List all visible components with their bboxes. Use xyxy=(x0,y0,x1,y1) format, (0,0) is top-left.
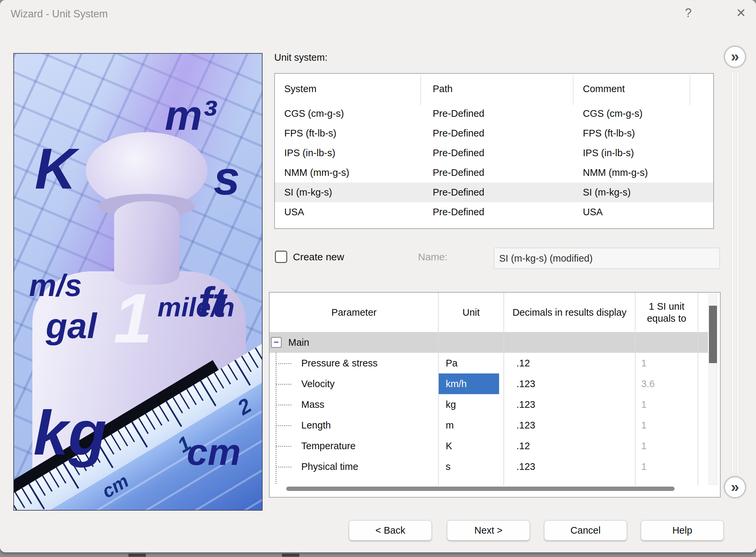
create-new-label: Create new xyxy=(293,251,344,263)
header-divider xyxy=(690,75,690,105)
column-header-path[interactable]: Path xyxy=(433,74,453,104)
cell-parameter: Physical time xyxy=(301,456,358,477)
cell-decimals[interactable]: .12 xyxy=(516,353,530,374)
cell-path: Pre-Defined xyxy=(433,202,484,222)
group-row-main[interactable]: − Main xyxy=(270,332,708,353)
close-icon[interactable]: ✕ xyxy=(729,0,753,26)
table-row-usa[interactable]: USA Pre-Defined USA xyxy=(275,202,713,222)
table-row-si-selected[interactable]: SI (m-kg-s) Pre-Defined SI (m-kg-s) xyxy=(275,182,713,202)
column-divider xyxy=(698,293,698,486)
unit-system-list[interactable]: System Path Comment CGS (cm-g-s) Pre-Def… xyxy=(274,73,714,229)
param-row-length[interactable]: Length m .123 1 xyxy=(270,415,708,436)
cell-comment: FPS (ft-lb-s) xyxy=(583,123,635,143)
param-row-pressure[interactable]: Pressure & stress Pa .12 1 xyxy=(270,353,708,374)
unit-system-label: Unit system: xyxy=(274,52,328,63)
create-new-checkbox[interactable] xyxy=(275,251,287,263)
unit-label-kilogram: kg xyxy=(33,402,107,464)
next-button[interactable]: Next > xyxy=(447,520,530,540)
table-row-ips[interactable]: IPS (in-lb-s) Pre-Defined IPS (in-lb-s) xyxy=(275,143,713,163)
cell-system: FPS (ft-lb-s) xyxy=(284,123,336,143)
cell-unit[interactable]: s xyxy=(446,456,451,477)
param-header-unit[interactable]: Unit xyxy=(439,293,504,332)
param-header-decimals[interactable]: Decimals in results display xyxy=(504,293,635,332)
help-icon[interactable]: ? xyxy=(676,0,700,26)
table-row-fps[interactable]: FPS (ft-lb-s) Pre-Defined FPS (ft-lb-s) xyxy=(275,123,713,143)
cell-comment: IPS (in-lb-s) xyxy=(583,143,634,163)
cell-path: Pre-Defined xyxy=(433,163,484,182)
cell-si-equals: 3.6 xyxy=(641,374,655,394)
header-divider xyxy=(420,75,421,105)
cell-parameter: Percentage xyxy=(301,477,351,484)
cell-decimals[interactable]: .123 xyxy=(516,394,535,415)
cell-decimals[interactable]: .123 xyxy=(516,374,535,394)
unit-label-cubic-meter: m³ xyxy=(165,94,216,137)
selected-unit-cell[interactable]: km/h xyxy=(439,374,499,394)
cell-system: IPS (in-lb-s) xyxy=(284,143,335,163)
cell-decimals[interactable]: .123 xyxy=(516,456,535,477)
cell-si-equals: 1 xyxy=(641,353,646,374)
name-input[interactable]: SI (m-kg-s) (modified) xyxy=(494,247,720,269)
param-row-percentage[interactable]: Percentage % .12 1 xyxy=(270,477,708,484)
horizontal-scrollbar-thumb[interactable] xyxy=(286,487,674,491)
unit-label-centimeter: cm xyxy=(187,434,241,471)
unit-label-second: s xyxy=(214,154,240,202)
cell-unit[interactable]: K xyxy=(446,436,452,456)
column-header-system[interactable]: System xyxy=(284,74,316,104)
unit-label-mile-per-hour: mile/h xyxy=(157,294,235,321)
unit-label-kelvin: K xyxy=(35,140,76,197)
table-row-cgs[interactable]: CGS (cm-g-s) Pre-Defined CGS (cm-g-s) xyxy=(275,104,713,123)
back-button[interactable]: < Back xyxy=(349,520,432,540)
cell-unit[interactable]: % xyxy=(446,477,454,484)
param-row-mass[interactable]: Mass kg .123 1 xyxy=(270,394,708,415)
cell-si-equals: 1 xyxy=(641,415,646,436)
tree-branch xyxy=(276,363,291,364)
cell-si-equals: 1 xyxy=(641,456,646,477)
cell-path: Pre-Defined xyxy=(433,143,484,163)
param-row-physical-time[interactable]: Physical time s .123 1 xyxy=(270,456,708,477)
column-header-comment[interactable]: Comment xyxy=(583,74,625,104)
table-row-nmm[interactable]: NMM (mm-g-s) Pre-Defined NMM (mm-g-s) xyxy=(275,163,713,182)
side-groove xyxy=(732,71,734,475)
tree-branch xyxy=(276,446,291,447)
vertical-scrollbar[interactable] xyxy=(708,294,717,485)
cell-decimals[interactable]: .12 xyxy=(516,477,530,484)
cell-parameter: Pressure & stress xyxy=(301,353,378,374)
tree-line xyxy=(276,353,277,484)
cell-unit[interactable]: m xyxy=(446,415,454,436)
help-button[interactable]: Help xyxy=(641,520,724,540)
column-divider xyxy=(438,293,439,486)
title-bar[interactable]: Wizard - Unit System ? ✕ xyxy=(0,0,756,26)
group-row-label: Main xyxy=(288,332,309,353)
expand-bottom-icon[interactable]: » xyxy=(724,476,746,498)
header-divider xyxy=(573,75,574,105)
window-title: Wizard - Unit System xyxy=(11,0,108,28)
cell-unit[interactable]: kg xyxy=(446,394,456,415)
weight-neck xyxy=(114,201,180,285)
cell-parameter: Velocity xyxy=(301,374,335,394)
background-window-fragment xyxy=(282,554,299,557)
tree-branch xyxy=(276,467,291,468)
collapse-icon[interactable]: − xyxy=(271,337,281,348)
param-header-parameter[interactable]: Parameter xyxy=(270,293,439,332)
cell-unit[interactable]: km/h xyxy=(446,374,467,394)
cell-path: Pre-Defined xyxy=(433,123,484,143)
cancel-button[interactable]: Cancel xyxy=(544,520,627,540)
cell-parameter: Temperature xyxy=(301,436,356,456)
tree-branch xyxy=(276,405,291,406)
cell-si-equals: 1 xyxy=(641,394,646,415)
cell-system: CGS (cm-g-s) xyxy=(284,104,344,123)
vertical-scrollbar-thumb[interactable] xyxy=(709,306,717,363)
background-window-fragment xyxy=(128,554,146,557)
cell-decimals[interactable]: .12 xyxy=(516,436,530,456)
param-row-velocity[interactable]: Velocity km/h .123 3.6 xyxy=(270,374,708,394)
parameter-rows: Pressure & stress Pa .12 1 Velocity km/h… xyxy=(270,353,708,484)
unit-system-illustration: 1 cm 1 2 3 K m³ s m/s ft gal mile/h kg c… xyxy=(13,53,263,510)
cell-comment: USA xyxy=(583,202,603,222)
param-header-si-equals[interactable]: 1 SI unit equals to xyxy=(635,293,698,332)
name-value: SI (m-kg-s) (modified) xyxy=(499,248,593,268)
cell-decimals[interactable]: .123 xyxy=(516,415,535,436)
param-row-temperature[interactable]: Temperature K .12 1 xyxy=(270,436,708,456)
expand-top-icon[interactable]: » xyxy=(724,46,746,68)
parameter-grid[interactable]: Parameter Unit Decimals in results displ… xyxy=(269,292,721,498)
cell-unit[interactable]: Pa xyxy=(446,353,457,374)
